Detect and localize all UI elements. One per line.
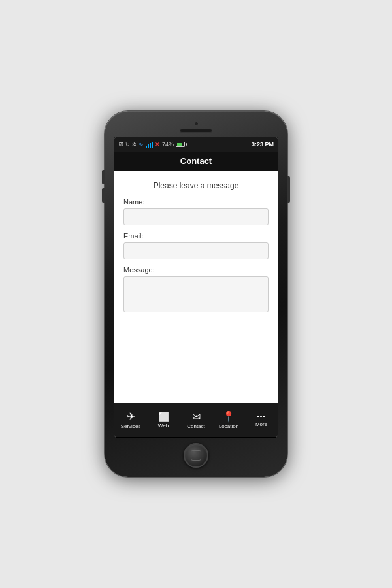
content-message: Please leave a message bbox=[123, 181, 269, 190]
email-input[interactable] bbox=[123, 242, 269, 259]
nav-item-more[interactable]: ••• More bbox=[248, 411, 274, 430]
status-bar-left: 🖼 ↻ ✲ ∿ ✕ 74% bbox=[118, 141, 187, 148]
nav-item-location[interactable]: 📍 Location bbox=[216, 409, 242, 432]
status-time: 3:23 PM bbox=[252, 141, 274, 148]
side-button-volume-down[interactable] bbox=[102, 188, 105, 203]
x-signal-icon: ✕ bbox=[155, 141, 160, 148]
status-bar: 🖼 ↻ ✲ ∿ ✕ 74% bbox=[114, 137, 278, 152]
app-title: Contact bbox=[180, 156, 212, 166]
phone-frame: 🖼 ↻ ✲ ∿ ✕ 74% bbox=[105, 111, 287, 477]
side-button-power[interactable] bbox=[287, 176, 290, 203]
phone-bottom-area bbox=[114, 443, 278, 468]
name-input[interactable] bbox=[123, 208, 269, 225]
nav-item-web[interactable]: ⬜ Web bbox=[150, 410, 176, 431]
name-label: Name: bbox=[123, 198, 269, 206]
location-icon: 📍 bbox=[222, 412, 235, 422]
more-label: More bbox=[255, 421, 267, 427]
wifi-icon: ∿ bbox=[139, 141, 144, 148]
phone-screen: 🖼 ↻ ✲ ∿ ✕ 74% bbox=[114, 137, 278, 438]
services-label: Services bbox=[121, 423, 141, 429]
email-label: Email: bbox=[123, 232, 269, 240]
bottom-nav: ✈ Services ⬜ Web ✉ Contact 📍 Location ••… bbox=[114, 403, 278, 437]
message-input[interactable] bbox=[123, 276, 269, 312]
web-label: Web bbox=[158, 423, 169, 429]
camera bbox=[194, 122, 199, 126]
app-title-bar: Contact bbox=[114, 152, 278, 171]
contact-icon: ✉ bbox=[192, 412, 201, 422]
signal-icon bbox=[146, 141, 153, 148]
location-label: Location bbox=[219, 423, 238, 429]
battery-icon bbox=[176, 142, 187, 147]
content-area: Please leave a message Name: Email: Mess… bbox=[114, 171, 278, 403]
phone-top-area bbox=[114, 120, 278, 133]
services-icon: ✈ bbox=[127, 412, 135, 422]
sync-icon: ↻ bbox=[125, 142, 130, 148]
status-bar-right: 3:23 PM bbox=[252, 141, 274, 148]
nav-item-contact[interactable]: ✉ Contact bbox=[183, 409, 209, 432]
more-icon: ••• bbox=[257, 414, 266, 420]
message-label: Message: bbox=[123, 266, 269, 274]
battery-percent: 74% bbox=[162, 141, 174, 148]
email-field-group: Email: bbox=[123, 232, 269, 259]
image-icon: 🖼 bbox=[118, 142, 123, 148]
name-field-group: Name: bbox=[123, 198, 269, 225]
nav-item-services[interactable]: ✈ Services bbox=[118, 409, 144, 432]
web-icon: ⬜ bbox=[158, 412, 169, 421]
speaker bbox=[180, 129, 212, 133]
contact-label: Contact bbox=[187, 423, 205, 429]
home-button[interactable] bbox=[184, 443, 208, 468]
side-button-volume-up[interactable] bbox=[102, 170, 105, 184]
bluetooth-icon: ✲ bbox=[132, 142, 137, 148]
message-field-group: Message: bbox=[123, 266, 269, 315]
home-button-icon bbox=[191, 450, 201, 461]
